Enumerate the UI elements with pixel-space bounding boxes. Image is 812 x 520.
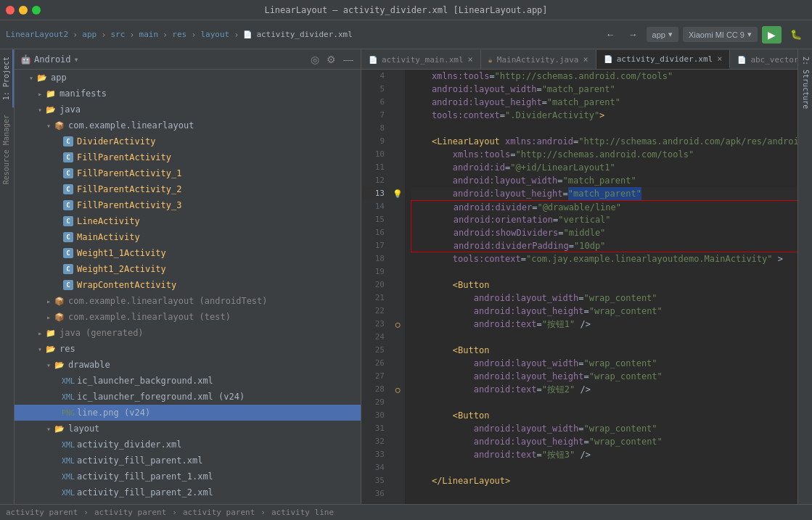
right-panel: 2: Structure <box>797 49 812 504</box>
gutter-17 <box>390 239 405 252</box>
tree-item-package-main[interactable]: ▾ 📦 com.example.linearlayout <box>15 117 361 133</box>
tab-close-divider[interactable]: × <box>717 54 722 63</box>
tree-item-layout[interactable]: ▾ 📂 layout <box>15 421 361 437</box>
maximize-button[interactable] <box>32 6 41 15</box>
tree-item-fillparent2[interactable]: C FillParentActivity_2 <box>15 181 361 197</box>
tree-item-test[interactable]: ▸ 📦 com.example.linearlayout (test) <box>15 309 361 325</box>
folder-open-icon: 📂 <box>36 72 48 83</box>
close-button[interactable] <box>6 6 15 15</box>
breadcrumb-project[interactable]: LinearLayout2 <box>6 30 68 39</box>
tree-item-divider-activity[interactable]: C DividerActivity <box>15 133 361 149</box>
title-bar: LinearLayout – activity_divider.xml [Lin… <box>0 0 812 20</box>
breadcrumb-sep-3: › <box>163 30 168 40</box>
tree-item-ic-fg[interactable]: XML ic_launcher_foreground.xml (v24) <box>15 389 361 405</box>
tree-label-ic-fg: ic_launcher_foreground.xml (v24) <box>77 392 245 402</box>
bottom-item-3[interactable]: activity parent <box>183 508 255 517</box>
window-title: LinearLayout – activity_divider.xml [Lin… <box>264 5 547 15</box>
bottom-item-2[interactable]: activity parent <box>94 508 166 517</box>
tree-item-app[interactable]: ▾ 📂 app <box>15 70 361 86</box>
line-9: 9 <box>361 135 390 148</box>
tree-label-app: app <box>51 73 67 83</box>
code-content[interactable]: xmlns:tools="http://schemas.android.com/… <box>405 70 797 504</box>
tree-item-weight12[interactable]: C Weight1_2Activity <box>15 261 361 277</box>
tree-item-line[interactable]: C LineActivity <box>15 213 361 229</box>
tab-icon-abc: 📄 <box>737 56 746 64</box>
tree-item-fillparent[interactable]: C FillParentActivity <box>15 149 361 165</box>
class-icon-fill3: C <box>62 199 74 211</box>
package-icon-atest: 📦 <box>54 295 65 307</box>
gutter-30 <box>390 409 405 422</box>
tree-item-res[interactable]: ▾ 📂 res <box>15 341 361 357</box>
back-button[interactable]: ← <box>602 26 620 43</box>
gutter-35 <box>390 474 405 487</box>
tree-item-act-fp[interactable]: XML activity_fill_parent.xml <box>15 453 361 469</box>
breadcrumb-layout[interactable]: layout <box>200 30 229 39</box>
project-tab[interactable]: 1: Project <box>0 49 14 107</box>
tree-label-java: java <box>60 104 81 115</box>
code-line-19 <box>411 265 797 278</box>
code-editor[interactable]: 4 5 6 7 8 9 10 11 12 13 14 15 16 17 18 1… <box>361 70 797 504</box>
class-icon-fill: C <box>62 152 74 163</box>
tree-item-act-fp1[interactable]: XML activity_fill_parent_1.xml <box>15 469 361 484</box>
code-line-28: android:text="按钮2" /> <box>411 383 797 396</box>
debug-button[interactable]: 🐛 <box>786 26 806 43</box>
panel-dropdown-icon[interactable]: ▾ <box>74 54 79 65</box>
breadcrumb-res[interactable]: res <box>172 30 186 39</box>
tab-activity-main[interactable]: 📄 activity_main.xml × <box>361 50 481 69</box>
code-line-12: android:layout_width="match_parent" <box>411 174 797 187</box>
tab-close-main[interactable]: × <box>468 55 473 64</box>
tree-item-ic-bg[interactable]: XML ic_launcher_background.xml <box>15 373 361 389</box>
tree-label-act-divider: activity_divider.xml <box>77 439 182 450</box>
tree-item-drawable[interactable]: ▾ 📂 drawable <box>15 357 361 373</box>
panel-header: 🤖 Android ▾ ◎ ⚙ — <box>15 49 361 70</box>
code-line-7: tools:context=".DividerActivity"> <box>411 109 797 122</box>
folder-open-icon-java: 📂 <box>45 104 57 115</box>
file-tree[interactable]: ▾ 📂 app ▸ 📁 manifests ▾ 📂 java ▾ 📦 com.e… <box>15 70 361 504</box>
tab-mainactivity-java[interactable]: ☕ MainActivity.java × <box>481 50 596 69</box>
structure-tab[interactable]: 2: Structure <box>798 49 812 116</box>
tree-item-weight11[interactable]: C Weight1_1Activity <box>15 245 361 261</box>
gutter-12 <box>390 174 405 187</box>
forward-button[interactable]: → <box>624 26 642 43</box>
tree-item-act-fp2[interactable]: XML activity_fill_parent_2.xml <box>15 484 361 500</box>
app-dropdown[interactable]: app ▾ <box>647 27 678 42</box>
breadcrumb-app[interactable]: app <box>82 30 97 39</box>
panel-actions: ◎ ⚙ — <box>309 52 355 67</box>
breadcrumb-src[interactable]: src <box>110 30 125 39</box>
breadcrumb-main[interactable]: main <box>139 30 159 39</box>
tree-item-act-divider[interactable]: XML activity_divider.xml <box>15 437 361 453</box>
tree-item-manifests[interactable]: ▸ 📁 manifests <box>15 86 361 102</box>
line-numbers: 4 5 6 7 8 9 10 11 12 13 14 15 16 17 18 1… <box>361 70 390 504</box>
code-line-34 <box>411 461 797 474</box>
tree-item-wrapcontent[interactable]: C WrapContentActivity <box>15 277 361 293</box>
tree-item-fillparent1[interactable]: C FillParentActivity_1 <box>15 165 361 181</box>
line-7: 7 <box>361 109 390 122</box>
tree-item-java-gen[interactable]: ▸ 📁 java (generated) <box>15 325 361 341</box>
tab-close-java[interactable]: × <box>583 55 588 64</box>
resource-manager-tab[interactable]: Resource Manager <box>0 107 14 191</box>
line-13: 13 <box>361 187 390 200</box>
settings-button[interactable]: ⚙ <box>325 52 337 67</box>
bottom-item-4[interactable]: activity line <box>271 508 334 517</box>
tree-item-fillparent3[interactable]: C FillParentActivity_3 <box>15 197 361 213</box>
minimize-button[interactable] <box>19 6 28 15</box>
code-line-31: android:layout_width="wrap_content" <box>411 422 797 435</box>
gutter-31 <box>390 422 405 435</box>
code-line-33: android:text="按钮3" /> <box>411 448 797 461</box>
tree-item-line-png[interactable]: PNG line.png (v24) <box>15 405 361 421</box>
window-controls[interactable] <box>6 6 41 15</box>
bottom-item-1[interactable]: activity parent <box>6 508 78 517</box>
hide-panel-button[interactable]: — <box>342 52 355 67</box>
tree-item-java[interactable]: ▾ 📂 java <box>15 102 361 117</box>
locate-button[interactable]: ◎ <box>309 52 321 67</box>
tab-abc-vector[interactable]: 📄 abc_vector_test.xml × <box>730 50 797 69</box>
tree-item-mainactivity[interactable]: C MainActivity <box>15 229 361 245</box>
line-20: 20 <box>361 278 390 292</box>
tree-item-androidtest[interactable]: ▸ 📦 com.example.linearlayout (androidTes… <box>15 293 361 309</box>
gutter-22 <box>390 305 405 318</box>
tab-activity-divider[interactable]: 📄 activity_divider.xml × <box>596 50 731 69</box>
breadcrumb-sep-2: › <box>129 30 134 40</box>
device-dropdown[interactable]: Xiaomi MI CC 9 ▾ <box>683 27 758 42</box>
run-button[interactable]: ▶ <box>762 26 782 44</box>
code-line-5: android:layout_width="match_parent" <box>411 83 797 96</box>
